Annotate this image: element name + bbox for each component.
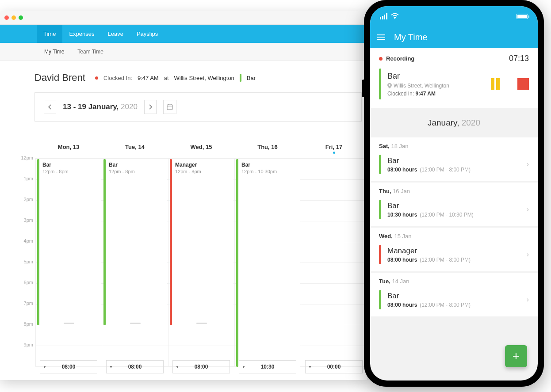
entry-title: Bar: [387, 202, 527, 210]
day-section-thu: Thu, 16 Jan Bar 10:30 hours(12:00 PM - 1…: [370, 183, 538, 226]
time-entry[interactable]: Bar 08:00 hours(12:00 PM - 8:00 PM) ›: [370, 152, 538, 181]
chevron-right-icon: ›: [527, 251, 529, 259]
pause-button[interactable]: [491, 78, 500, 90]
entry-title: Manager: [387, 247, 527, 255]
entry-range: (12:00 PM - 8:00 PM): [420, 302, 471, 308]
phone-frame: My Time Recording 07:13 Bar Willis Stree…: [364, 0, 544, 387]
hour-8pm: 8pm: [11, 321, 33, 342]
person-name: David Brent: [34, 72, 85, 84]
clocked-in-label: Clocked In:: [103, 75, 132, 81]
entry-hours: 08:00 hours: [387, 302, 417, 308]
day-total-thu[interactable]: ▾10:30: [239, 360, 296, 373]
at-label: at: [164, 75, 169, 81]
day-total-wed[interactable]: ▾08:00: [172, 360, 230, 373]
day-column-tue: Bar 12pm - 8pm: [102, 159, 168, 366]
day-header-thu: Thu, 16: [234, 139, 301, 158]
hour-5pm: 5pm: [11, 259, 33, 280]
date-controls: 13 - 19 January, 2020: [34, 92, 362, 122]
window-close-dot[interactable]: [4, 15, 9, 20]
recording-color-bar: [379, 69, 381, 99]
calendar-picker-button[interactable]: [163, 100, 176, 114]
entry-color-bar: [379, 290, 381, 309]
event-title: Manager: [170, 159, 233, 168]
event-thu[interactable]: Bar 12pm - 10:30pm: [236, 159, 300, 367]
nav-tab-leave[interactable]: Leave: [101, 25, 130, 43]
entry-range: (12:00 PM - 10:30 PM): [420, 212, 473, 218]
event-time: 12pm - 8pm: [170, 168, 233, 174]
day-totals-row: ▾08:00 ▾08:00 ▾08:00 ▾10:30 ▾00:00: [35, 360, 367, 373]
day-section-tue: Tue, 14 Jan Bar 08:00 hours(12:00 PM - 8…: [370, 273, 538, 316]
day-total-tue[interactable]: ▾08:00: [106, 360, 164, 373]
role-label: Bar: [247, 75, 256, 81]
subtab-team-time[interactable]: Team Time: [77, 43, 103, 61]
main-nav: Time Expenses Leave Payslips: [0, 25, 367, 43]
entry-hours: 10:30 hours: [387, 212, 417, 218]
day-week: Sat,: [379, 143, 390, 149]
day-header-fri-label: Fri, 17: [325, 144, 342, 150]
day-week: Tue,: [379, 278, 390, 285]
svg-point-5: [389, 84, 390, 86]
event-title: Bar: [236, 159, 300, 168]
event-color-bar: [170, 159, 172, 325]
entry-color-bar: [379, 245, 381, 264]
recording-header: Recording 07:13: [370, 48, 538, 63]
prev-week-button[interactable]: [44, 100, 56, 114]
window-zoom-dot[interactable]: [19, 15, 23, 20]
recording-dot-icon: [95, 76, 98, 80]
month-header: January, 2020: [370, 108, 538, 137]
resize-handle-icon[interactable]: [64, 323, 74, 324]
day-column-wed: Manager 12pm - 8pm: [168, 159, 234, 366]
subtab-my-time[interactable]: My Time: [44, 43, 64, 61]
chevron-right-icon: ›: [527, 160, 529, 168]
app-bar: My Time: [370, 27, 538, 48]
add-entry-fab[interactable]: +: [505, 345, 527, 367]
hour-6pm: 6pm: [11, 280, 33, 301]
recording-label: Recording: [386, 55, 414, 62]
time-entry[interactable]: Bar 08:00 hours(12:00 PM - 8:00 PM) ›: [370, 287, 538, 316]
phone-screen: My Time Recording 07:13 Bar Willis Stree…: [370, 6, 538, 381]
desktop-browser-window: Time Expenses Leave Payslips My Time Tea…: [0, 11, 367, 380]
entry-title: Bar: [387, 156, 527, 165]
day-date: 18 Jan: [391, 143, 408, 149]
entry-color-bar: [379, 200, 381, 219]
event-title: Bar: [37, 159, 101, 168]
menu-icon[interactable]: [377, 34, 385, 40]
recording-entry-title: Bar: [387, 72, 486, 81]
entry-hours: 08:00 hours: [387, 257, 417, 263]
app-title: My Time: [394, 32, 428, 42]
time-entry[interactable]: Manager 08:00 hours(12:00 PM - 8:00 PM) …: [370, 242, 538, 271]
month-year: 2020: [462, 118, 480, 127]
event-mon[interactable]: Bar 12pm - 8pm: [37, 159, 101, 325]
event-color-bar: [37, 159, 39, 325]
resize-handle-icon[interactable]: [130, 323, 141, 324]
recording-dot-icon: [379, 57, 383, 61]
nav-tab-payslips[interactable]: Payslips: [130, 25, 165, 43]
event-time: 12pm - 8pm: [103, 168, 167, 174]
svg-rect-0: [167, 105, 172, 110]
day-header-wed: Wed, 15: [168, 139, 234, 158]
next-week-button[interactable]: [144, 100, 157, 114]
clocked-in-location: Willis Street, Wellington: [174, 75, 234, 81]
nav-tab-time[interactable]: Time: [37, 25, 62, 43]
stop-button[interactable]: [517, 78, 529, 90]
hour-12pm: 12pm: [11, 155, 33, 176]
event-color-bar: [236, 159, 238, 367]
day-header-mon: Mon, 13: [35, 139, 102, 158]
event-wed[interactable]: Manager 12pm - 8pm: [170, 159, 233, 325]
date-range: 13 - 19 January, 2020: [63, 103, 138, 111]
chevron-right-icon: ›: [527, 296, 529, 304]
day-header-fri: Fri, 17: [301, 139, 367, 158]
resize-handle-icon[interactable]: [196, 323, 207, 324]
phone-side-button: [362, 80, 364, 97]
date-range-year: 2020: [121, 103, 138, 111]
time-entry[interactable]: Bar 10:30 hours(12:00 PM - 10:30 PM) ›: [370, 197, 538, 226]
window-minimize-dot[interactable]: [11, 15, 16, 20]
window-titlebar: [0, 11, 367, 25]
event-tue[interactable]: Bar 12pm - 8pm: [103, 159, 167, 325]
nav-tab-expenses[interactable]: Expenses: [62, 25, 101, 43]
event-time: 12pm - 8pm: [37, 168, 101, 174]
entry-hours: 08:00 hours: [387, 167, 417, 173]
sub-nav: My Time Team Time: [0, 43, 367, 61]
day-total-mon[interactable]: ▾08:00: [40, 360, 97, 373]
day-total-fri[interactable]: ▾00:00: [305, 360, 363, 373]
